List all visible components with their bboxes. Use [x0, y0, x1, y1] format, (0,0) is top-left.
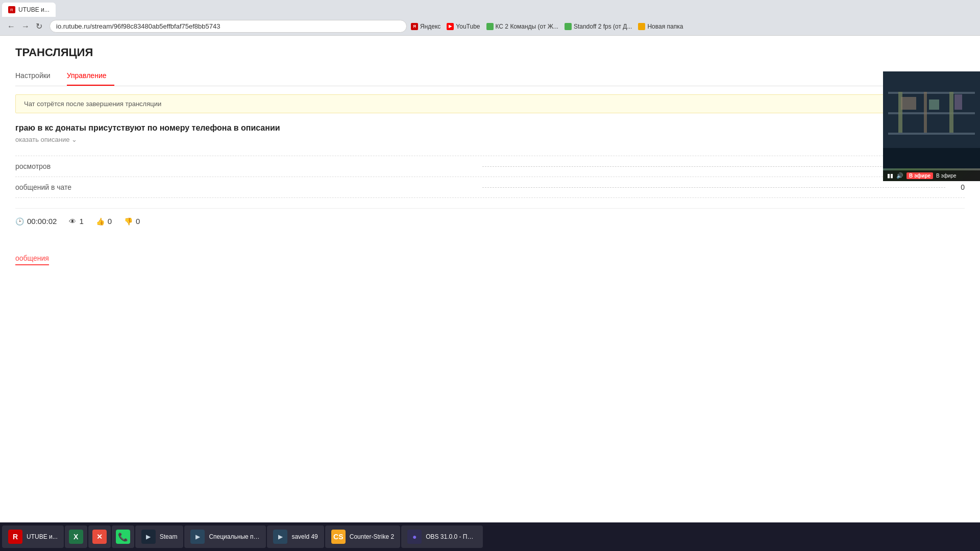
bookmark-standoff-icon [565, 23, 572, 30]
bottom-bar: 🕑 00:00:02 👁 1 👍 0 👎 0 [15, 208, 965, 234]
taskbar-label-saveld: saveld 49 [291, 533, 317, 540]
refresh-button[interactable]: ↻ [33, 20, 45, 32]
viewers-item: 👁 1 [69, 217, 83, 226]
views-label-text: росмотров [15, 162, 51, 170]
svg-rect-6 [949, 92, 953, 133]
saveld-taskbar-icon: ▶ [273, 530, 287, 544]
likes-count: 0 [108, 217, 112, 226]
page-title: ТРАНСЛЯЦИЯ [15, 46, 965, 59]
viewers-count: 1 [79, 217, 83, 226]
address-bar[interactable]: io.rutube.ru/stream/96f98c83480ab5effbfa… [50, 20, 407, 33]
taskbar: R UTUBE и... X ✕ 📞 ▶ Steam ▶ Специальные… [0, 522, 980, 551]
viewers-icon: 👁 [69, 217, 76, 226]
rutube-taskbar-icon: R [8, 530, 22, 544]
bookmark-folder-label: Новая папка [647, 23, 683, 30]
taskbar-item-excel[interactable]: X [65, 525, 87, 548]
bookmark-folder[interactable]: Новая папка [638, 23, 683, 30]
browser-tabs-bar: R UTUBE и... [0, 0, 980, 17]
tab-rutube[interactable]: R UTUBE и... [2, 3, 56, 17]
stat-row-messages: ообщений в чате 0 [15, 177, 965, 198]
thumbs-up-icon: 👍 [96, 217, 105, 226]
play-pause-button[interactable]: ▮▮ [887, 172, 893, 179]
messages-label-text: ообщений в чате [15, 183, 71, 191]
taskbar-item-obs[interactable]: ● OBS 31.0.0 - Про... [401, 525, 483, 548]
page-content: ТРАНСЛЯЦИЯ Настройки Управление Чат сотр… [0, 36, 980, 276]
svg-rect-10 [883, 148, 980, 168]
tab-settings[interactable]: Настройки [15, 67, 59, 86]
taskbar-label-special: Специальные пр... [209, 533, 260, 540]
time-item: 🕑 00:00:02 [15, 217, 57, 226]
live-text: В эфире [936, 173, 957, 179]
obs-taskbar-icon: ● [407, 530, 422, 544]
tab-label-rutube: UTUBE и... [18, 6, 50, 13]
stats-section: росмотров 2 ообщений в чате 0 [15, 156, 965, 198]
live-badge: В эфире [906, 172, 933, 179]
special-taskbar-icon: ▶ [190, 530, 205, 544]
video-thumbnail [883, 71, 980, 168]
tab-favicon-rutube: R [8, 6, 15, 13]
taskbar-item-xmind[interactable]: ✕ [88, 525, 111, 548]
stat-label-views: росмотров [15, 162, 478, 170]
svg-rect-3 [888, 133, 975, 135]
browser-nav-bar: ← → ↻ io.rutube.ru/stream/96f98c83480ab5… [0, 17, 980, 36]
stat-row-views: росмотров 2 [15, 156, 965, 177]
tab-management[interactable]: Управление [67, 67, 115, 86]
svg-rect-7 [901, 97, 916, 110]
svg-rect-9 [954, 94, 962, 110]
stat-dots-messages [482, 187, 945, 188]
cs2-taskbar-icon: CS [331, 530, 346, 544]
stream-title: граю в кс донаты присутствуют по номеру … [15, 123, 965, 133]
chevron-down-icon: ⌄ [71, 136, 77, 143]
bookmark-ks2-label: КС 2 Команды (от Ж... [496, 23, 558, 30]
warning-text: Чат сотрётся после завершения трансляции [24, 100, 161, 108]
comments-section: ообщения [15, 246, 965, 265]
svg-rect-8 [929, 99, 939, 110]
taskbar-item-special[interactable]: ▶ Специальные пр... [184, 525, 266, 548]
taskbar-item-cs2[interactable]: CS Counter-Strike 2 [325, 525, 400, 548]
excel-taskbar-icon: X [69, 530, 83, 544]
bookmark-ks2-icon [486, 23, 494, 30]
svg-rect-5 [924, 92, 927, 133]
bookmark-folder-icon [638, 23, 645, 30]
likes-item: 👍 0 [96, 217, 112, 226]
video-player-content [883, 71, 980, 181]
dislikes-count: 0 [136, 217, 140, 226]
forward-button[interactable]: → [18, 21, 33, 32]
taskbar-label-obs: OBS 31.0.0 - Про... [426, 533, 477, 540]
stat-label-messages: ообщений в чате [15, 183, 478, 191]
page-tabs-nav: Настройки Управление [15, 67, 965, 86]
back-button[interactable]: ← [4, 21, 18, 32]
taskbar-item-rutube[interactable]: R UTUBE и... [2, 525, 64, 548]
stream-duration: 00:00:02 [27, 217, 57, 226]
bookmark-standoff[interactable]: Standoff 2 fps (от Д... [565, 23, 632, 30]
bookmark-yandex-label: Яндекс [420, 23, 440, 30]
show-desc-text: оказать описание [15, 136, 69, 143]
dislikes-item: 👎 0 [124, 217, 140, 226]
stat-value-messages: 0 [949, 183, 965, 191]
volume-button[interactable]: 🔊 [896, 172, 903, 179]
bookmark-youtube-label: YouTube [456, 23, 480, 30]
video-player[interactable]: ▮▮ 🔊 В эфире В эфире [883, 71, 980, 181]
taskbar-label-rutube: UTUBE и... [27, 533, 58, 540]
warning-banner: Чат сотрётся после завершения трансляции [15, 94, 965, 113]
bookmark-ks2[interactable]: КС 2 Команды (от Ж... [486, 23, 558, 30]
bookmark-yandex[interactable]: Я Яндекс [411, 23, 440, 30]
xmind-taskbar-icon: ✕ [92, 530, 107, 544]
stat-dots-views [482, 166, 945, 167]
taskbar-label-cs2: Counter-Strike 2 [350, 533, 394, 540]
bookmark-youtube[interactable]: ▶ YouTube [447, 23, 480, 30]
taskbar-item-whatsapp[interactable]: 📞 [112, 525, 134, 548]
clock-icon: 🕑 [15, 217, 24, 226]
video-controls-bar[interactable]: ▮▮ 🔊 В эфире В эфире [883, 170, 980, 181]
taskbar-item-steam[interactable]: ▶ Steam [135, 525, 184, 548]
thumbs-down-icon: 👎 [124, 217, 133, 226]
taskbar-label-steam: Steam [160, 533, 178, 540]
whatsapp-taskbar-icon: 📞 [116, 530, 130, 544]
steam-taskbar-icon: ▶ [141, 530, 156, 544]
show-description-link[interactable]: оказать описание ⌄ [15, 136, 965, 143]
bookmark-standoff-label: Standoff 2 fps (от Д... [574, 23, 632, 30]
comments-tab[interactable]: ообщения [15, 254, 49, 265]
taskbar-item-saveld[interactable]: ▶ saveld 49 [267, 525, 324, 548]
